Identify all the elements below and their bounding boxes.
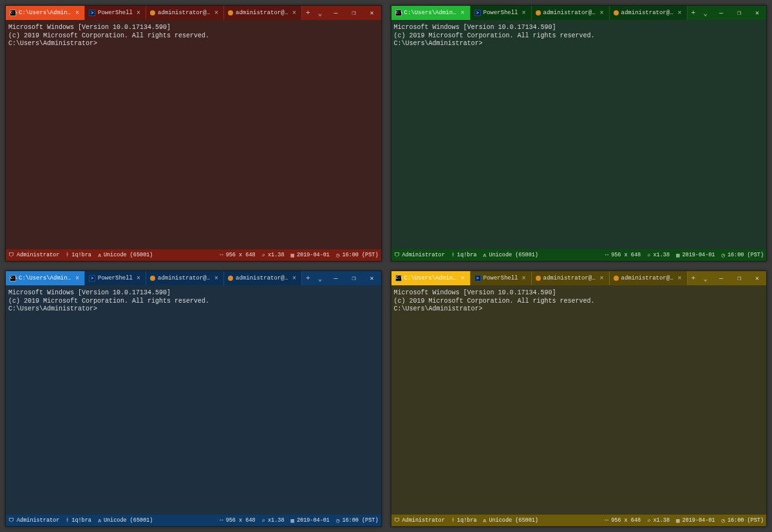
maximize-button[interactable]: ❐	[345, 6, 363, 20]
tab-close-icon[interactable]: ×	[677, 10, 683, 17]
tab-close-icon[interactable]: ×	[521, 10, 527, 17]
status-clock[interactable]: ◷16:00 (PST)	[336, 517, 379, 524]
tab-ssh-2[interactable]: administrator@DES…×	[146, 6, 223, 20]
tab-dropdown-button[interactable]: ⌄	[314, 6, 326, 20]
status-size[interactable]: ↔956 x 648	[605, 252, 641, 258]
status-zoom[interactable]: ⌕x1.38	[262, 517, 285, 524]
tab-cmd-0[interactable]: C:\C:\Users\Administr…×	[391, 6, 470, 20]
minimize-button[interactable]: —	[327, 6, 345, 20]
new-tab-button[interactable]: +	[302, 6, 314, 20]
minimize-button[interactable]: —	[327, 271, 345, 285]
status-enc[interactable]: ᴀUnicode (65001)	[98, 252, 153, 259]
minimize-button[interactable]: —	[712, 271, 730, 285]
status-branch[interactable]: ᚼ1q!bra	[451, 517, 477, 524]
output-line: (c) 2019 Microsoft Corporation. All righ…	[8, 32, 379, 41]
tab-close-icon[interactable]: ×	[213, 275, 220, 282]
status-text: 1q!bra	[457, 517, 477, 524]
status-enc[interactable]: ᴀUnicode (65001)	[483, 517, 538, 524]
tab-close-icon[interactable]: ×	[213, 10, 220, 17]
close-button[interactable]: ✕	[748, 271, 766, 285]
tab-close-icon[interactable]: ×	[135, 10, 142, 17]
status-person[interactable]: ⛉Administrator	[8, 517, 59, 524]
status-text: 16:00 (PST)	[342, 252, 378, 258]
maximize-button[interactable]: ❐	[345, 271, 363, 285]
tab-ssh-3[interactable]: administrator@DES…×	[224, 271, 301, 285]
tab-ssh-3[interactable]: administrator@DES…×	[610, 6, 687, 20]
status-text: Unicode (65001)	[489, 252, 538, 258]
tab-ps-1[interactable]: >PowerShell×	[85, 271, 146, 285]
tab-ps-1[interactable]: >PowerShell×	[471, 6, 531, 20]
maximize-button[interactable]: ❐	[730, 271, 748, 285]
tab-close-icon[interactable]: ×	[460, 10, 466, 17]
tab-dropdown-button[interactable]: ⌄	[699, 6, 711, 20]
status-size[interactable]: ↔956 x 648	[605, 517, 641, 524]
terminal-output[interactable]: Microsoft Windows [Version 10.0.17134.59…	[6, 285, 381, 515]
tab-label: C:\Users\Administr…	[19, 275, 71, 281]
maximize-button[interactable]: ❐	[730, 6, 748, 20]
tab-close-icon[interactable]: ×	[677, 275, 683, 282]
prompt-line: C:\Users\Administrator>	[394, 305, 764, 314]
status-person[interactable]: ⛉Administrator	[8, 252, 59, 259]
tab-dropdown-button[interactable]: ⌄	[699, 271, 711, 285]
status-text: 2019-04-01	[682, 252, 715, 258]
status-text: 16:00 (PST)	[728, 517, 764, 524]
status-zoom[interactable]: ⌕x1.38	[647, 517, 670, 524]
status-clock[interactable]: ◷16:00 (PST)	[721, 517, 764, 524]
tab-cmd-0[interactable]: C:\C:\Users\Administr…×	[6, 271, 84, 285]
terminal-output[interactable]: Microsoft Windows [Version 10.0.17134.59…	[6, 20, 381, 249]
new-tab-button[interactable]: +	[688, 271, 700, 285]
status-cal[interactable]: ▦2019-04-01	[676, 252, 715, 259]
tab-ps-1[interactable]: >PowerShell×	[471, 271, 531, 285]
tab-close-icon[interactable]: ×	[460, 275, 466, 282]
branch-icon: ᚼ	[66, 252, 69, 258]
status-branch[interactable]: ᚼ1q!bra	[66, 517, 91, 524]
tab-label: administrator@DES…	[236, 10, 288, 16]
tab-ssh-3[interactable]: administrator@DES…×	[224, 6, 301, 20]
tab-close-icon[interactable]: ×	[74, 10, 80, 17]
clock-icon: ◷	[336, 517, 339, 524]
tab-close-icon[interactable]: ×	[135, 275, 142, 282]
status-person[interactable]: ⛉Administrator	[394, 252, 445, 259]
tab-close-icon[interactable]: ×	[599, 275, 605, 282]
tab-label: PowerShell	[484, 275, 518, 281]
status-enc[interactable]: ᴀUnicode (65001)	[483, 252, 538, 259]
status-clock[interactable]: ◷16:00 (PST)	[336, 252, 379, 259]
new-tab-button[interactable]: +	[302, 271, 314, 285]
tab-dropdown-button[interactable]: ⌄	[314, 271, 326, 285]
status-cal[interactable]: ▦2019-04-01	[291, 252, 330, 259]
close-button[interactable]: ✕	[363, 6, 381, 20]
status-zoom[interactable]: ⌕x1.38	[262, 252, 285, 259]
person-icon: ⛉	[8, 252, 14, 259]
status-branch[interactable]: ᚼ1q!bra	[66, 252, 91, 258]
status-cal[interactable]: ▦2019-04-01	[676, 517, 715, 524]
status-text: 956 x 648	[226, 252, 256, 258]
status-branch[interactable]: ᚼ1q!bra	[451, 252, 477, 258]
tab-cmd-0[interactable]: C:\C:\Users\Administr…×	[391, 271, 470, 285]
status-person[interactable]: ⛉Administrator	[394, 517, 445, 524]
terminal-output[interactable]: Microsoft Windows [Version 10.0.17134.59…	[391, 20, 767, 249]
tab-close-icon[interactable]: ×	[599, 10, 605, 17]
new-tab-button[interactable]: +	[688, 6, 700, 20]
status-size[interactable]: ↔956 x 648	[220, 252, 255, 258]
tab-close-icon[interactable]: ×	[74, 275, 80, 282]
status-zoom[interactable]: ⌕x1.38	[647, 252, 670, 259]
close-button[interactable]: ✕	[363, 271, 381, 285]
tab-ssh-3[interactable]: administrator@DES…×	[610, 271, 687, 285]
tab-close-icon[interactable]: ×	[291, 275, 297, 282]
terminal-output[interactable]: Microsoft Windows [Version 10.0.17134.59…	[391, 285, 767, 515]
minimize-button[interactable]: —	[712, 6, 730, 20]
tab-ps-1[interactable]: >PowerShell×	[85, 6, 146, 20]
status-clock[interactable]: ◷16:00 (PST)	[721, 252, 764, 259]
window-controls: —❐✕	[327, 271, 381, 285]
status-size[interactable]: ↔956 x 648	[220, 517, 255, 524]
status-cal[interactable]: ▦2019-04-01	[291, 517, 330, 524]
close-button[interactable]: ✕	[748, 6, 766, 20]
tab-cmd-0[interactable]: C:\C:\Users\Administr…×	[6, 6, 84, 20]
output-line: Microsoft Windows [Version 10.0.17134.59…	[8, 24, 379, 32]
tab-close-icon[interactable]: ×	[521, 275, 527, 282]
tab-ssh-2[interactable]: administrator@DES…×	[146, 271, 223, 285]
status-enc[interactable]: ᴀUnicode (65001)	[98, 517, 153, 524]
tab-close-icon[interactable]: ×	[291, 10, 297, 17]
tab-ssh-2[interactable]: administrator@DES…×	[532, 6, 609, 20]
tab-ssh-2[interactable]: administrator@DES…×	[532, 271, 609, 285]
